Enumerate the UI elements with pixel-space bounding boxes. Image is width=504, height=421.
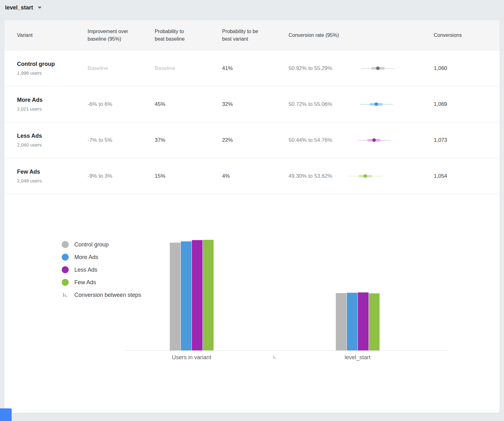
prob-best-value: 4% bbox=[222, 173, 289, 179]
table-row-more-ads: More Ads 2,021 users -6% to 6% 45% 32% 5… bbox=[4, 86, 500, 122]
legend-label: Less Ads bbox=[74, 267, 97, 273]
legend-swatch bbox=[62, 241, 69, 248]
bar-less-ads[interactable] bbox=[192, 240, 203, 350]
bar-control-group[interactable] bbox=[336, 293, 346, 350]
bar-more-ads[interactable] bbox=[347, 293, 358, 350]
variant-users: 2,048 users bbox=[17, 178, 88, 183]
event-selector[interactable]: level_start bbox=[5, 3, 42, 12]
variant-name: Few Ads bbox=[17, 169, 88, 175]
variant-users: 1,996 users bbox=[17, 70, 88, 76]
chart-plot-area: Users in variant level_start bbox=[124, 237, 449, 351]
interval-dot bbox=[375, 102, 378, 106]
variant-users: 2,021 users bbox=[17, 106, 88, 112]
bar-more-ads[interactable] bbox=[181, 241, 192, 350]
conversion-rate-range: 50.92% to 55.29% bbox=[289, 65, 346, 72]
conversion-rate-cell: 50.72% to 55.06% bbox=[289, 101, 434, 107]
legend-label: Control group bbox=[74, 241, 109, 248]
conversion-steps-icon bbox=[62, 292, 69, 297]
conversion-rate-range: 50.44% to 54.76% bbox=[289, 137, 346, 143]
variant-name: More Ads bbox=[17, 97, 88, 103]
prob-best-value: 32% bbox=[222, 101, 289, 107]
legend-label: More Ads bbox=[74, 254, 98, 261]
conversion-rate-range: 49.30% to 53.62% bbox=[289, 173, 346, 179]
conversions-value: 1,073 bbox=[434, 137, 487, 143]
improvement-value: -9% to 3% bbox=[88, 173, 155, 179]
improvement-value: -7% to 5% bbox=[88, 137, 155, 143]
header-prob-beat: Probability to beat baseline bbox=[155, 28, 222, 42]
variant-cell: More Ads 2,021 users bbox=[17, 97, 88, 112]
header-conversions: Conversions bbox=[434, 32, 487, 39]
header-label: Conversion rate (95%) bbox=[289, 32, 339, 39]
conversion-rate-interval bbox=[346, 174, 397, 178]
legend-swatch bbox=[62, 266, 69, 273]
conversions-value: 1,054 bbox=[434, 173, 487, 179]
header-variant: Variant bbox=[17, 32, 88, 39]
conversion-rate-interval bbox=[346, 138, 397, 142]
x-axis-label-users-in-variant: Users in variant bbox=[172, 354, 211, 361]
header-prob-best: Probability to be best variant bbox=[222, 28, 289, 42]
prob-best-value: 41% bbox=[222, 65, 289, 72]
variant-name: Control group bbox=[17, 61, 88, 67]
table-row-less-ads: Less Ads 2,040 users -7% to 5% 37% 22% 5… bbox=[4, 122, 500, 158]
header-label: Improvement over baseline (95%) bbox=[88, 28, 129, 42]
legend-swatch bbox=[62, 279, 69, 286]
bar-group-users-in-variant bbox=[170, 240, 214, 350]
conversion-rate-interval bbox=[346, 66, 397, 71]
header-label: Conversions bbox=[434, 32, 462, 39]
conversion-rate-range: 50.72% to 55.06% bbox=[289, 101, 346, 107]
event-selector-label: level_start bbox=[5, 4, 33, 11]
header-label: Probability to beat baseline bbox=[155, 28, 193, 42]
improvement-value: -6% to 6% bbox=[88, 101, 155, 107]
conversion-rate-cell: 49.30% to 53.62% bbox=[289, 173, 434, 179]
funnel-bar-chart: Control groupMore AdsLess AdsFew AdsConv… bbox=[4, 194, 500, 413]
x-axis-label-level-start: level_start bbox=[345, 354, 370, 361]
interval-dot bbox=[376, 66, 380, 70]
prob-beat-value: Baseline bbox=[155, 65, 222, 72]
variant-name: Less Ads bbox=[17, 133, 88, 139]
interval-dot bbox=[372, 138, 376, 142]
variant-cell: Few Ads 2,048 users bbox=[17, 169, 88, 183]
variant-cell: Less Ads 2,040 users bbox=[17, 133, 88, 147]
results-card: Variant Improvement over baseline (95%) … bbox=[4, 20, 500, 413]
bar-few-ads[interactable] bbox=[369, 293, 380, 350]
legend-label: Few Ads bbox=[74, 279, 96, 286]
bar-less-ads[interactable] bbox=[358, 292, 369, 350]
header-conversion-rate: Conversion rate (95%) bbox=[289, 32, 434, 39]
variant-cell: Control group 1,996 users bbox=[17, 61, 88, 76]
variant-users: 2,040 users bbox=[17, 142, 88, 147]
header-label: Variant bbox=[17, 32, 33, 39]
legend-swatch bbox=[62, 254, 69, 261]
table-header: Variant Improvement over baseline (95%) … bbox=[4, 20, 500, 50]
bar-few-ads[interactable] bbox=[203, 240, 214, 350]
chevron-down-icon bbox=[38, 7, 42, 9]
conversion-rate-cell: 50.92% to 55.29% bbox=[289, 65, 434, 72]
prob-beat-value: 15% bbox=[155, 173, 222, 179]
table-row-control-group: Control group 1,996 users Baseline Basel… bbox=[4, 50, 500, 86]
conversion-rate-cell: 50.44% to 54.76% bbox=[289, 137, 434, 143]
improvement-value: Baseline bbox=[88, 65, 155, 72]
experiment-results-screen: level_start Variant Improvement over bas… bbox=[0, 0, 504, 421]
bottom-bar-fragment[interactable] bbox=[0, 408, 12, 421]
header-improvement: Improvement over baseline (95%) bbox=[88, 28, 155, 42]
prob-best-value: 22% bbox=[222, 137, 289, 143]
prob-beat-value: 37% bbox=[155, 137, 222, 143]
conversion-rate-interval bbox=[346, 102, 397, 107]
interval-dot bbox=[364, 174, 367, 178]
conversion-steps-icon bbox=[273, 355, 277, 360]
header-label: Probability to be best variant bbox=[222, 28, 264, 42]
bar-control-group[interactable] bbox=[170, 243, 180, 350]
conversions-value: 1,069 bbox=[434, 101, 487, 107]
conversions-value: 1,060 bbox=[434, 65, 487, 72]
table-row-few-ads: Few Ads 2,048 users -9% to 3% 15% 4% 49.… bbox=[4, 158, 500, 194]
prob-beat-value: 45% bbox=[155, 101, 222, 107]
bar-group-level-start bbox=[336, 292, 380, 350]
